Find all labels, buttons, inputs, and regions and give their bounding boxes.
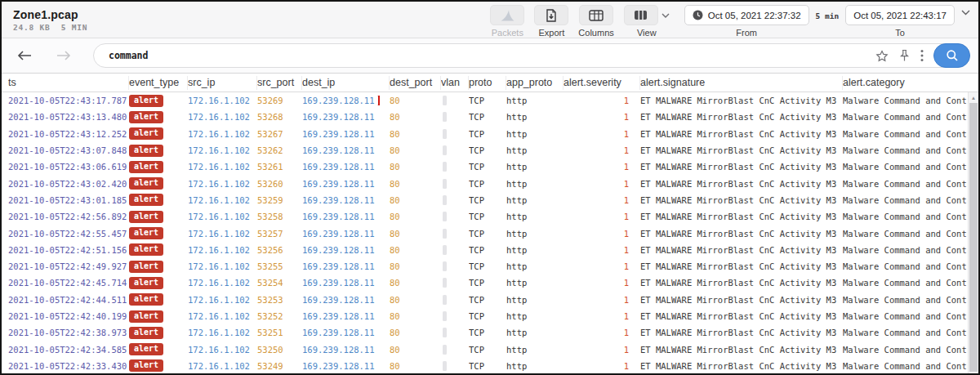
cell-ts[interactable]: 2021-10-05T22:42:40.199	[8, 311, 129, 321]
cell-vlan[interactable]	[441, 96, 469, 105]
cell-dest-port[interactable]: 80	[390, 162, 441, 172]
cell-dest-port[interactable]: 80	[390, 295, 441, 305]
cell-alert-severity[interactable]: 1	[564, 179, 640, 189]
col-header-alert-severity[interactable]: alert.severity	[564, 76, 640, 90]
cell-alert-severity[interactable]: 1	[564, 112, 640, 122]
cell-alert-signature[interactable]: ET MALWARE MirrorBlast CnC Activity M3	[640, 179, 843, 189]
cell-src-ip[interactable]: 172.16.1.102	[188, 129, 257, 139]
cell-dest-port[interactable]: 80	[390, 278, 441, 288]
cell-ts[interactable]: 2021-10-05T22:42:34.585	[8, 345, 129, 355]
cell-alert-signature[interactable]: ET MALWARE MirrorBlast CnC Activity M3	[640, 261, 843, 271]
cell-vlan[interactable]	[441, 212, 469, 221]
cell-ts[interactable]: 2021-10-05T22:43:06.619	[8, 162, 129, 172]
cell-alert-signature[interactable]: ET MALWARE MirrorBlast CnC Activity M3	[640, 112, 843, 122]
search-submit-button[interactable]	[933, 43, 970, 68]
col-header-ts[interactable]: ts	[8, 76, 129, 90]
cell-src-port[interactable]: 53268	[257, 112, 302, 122]
cell-alert-signature[interactable]: ET MALWARE MirrorBlast CnC Activity M3	[640, 278, 843, 288]
cell-ts[interactable]: 2021-10-05T22:42:33.430	[8, 361, 129, 371]
cell-proto[interactable]: TCP	[469, 162, 506, 172]
cell-vlan[interactable]	[441, 261, 469, 271]
cell-app-proto[interactable]: http	[506, 278, 564, 288]
cell-proto[interactable]: TCP	[469, 129, 506, 139]
alert-badge[interactable]: alert	[129, 277, 163, 289]
cell-src-port[interactable]: 53258	[257, 212, 302, 221]
col-header-alert-category[interactable]: alert.category	[843, 76, 978, 90]
cell-alert-severity[interactable]: 1	[564, 212, 640, 221]
cell-vlan[interactable]	[441, 361, 469, 371]
back-arrow-icon[interactable]	[16, 50, 33, 61]
cell-alert-severity[interactable]: 1	[564, 345, 640, 355]
cell-vlan[interactable]	[441, 112, 469, 122]
cell-src-ip[interactable]: 172.16.1.102	[188, 245, 257, 255]
cell-vlan[interactable]	[441, 162, 469, 172]
cell-alert-category[interactable]: Malware Command and Control	[843, 145, 968, 155]
cell-alert-category[interactable]: Malware Command and Control	[843, 112, 968, 122]
col-header-alert-signature[interactable]: alert.signature	[640, 76, 843, 90]
cell-alert-severity[interactable]: 1	[564, 195, 640, 205]
time-range-chevron-icon[interactable]	[961, 10, 970, 16]
cell-vlan[interactable]	[441, 145, 469, 155]
cell-ts[interactable]: 2021-10-05T22:42:45.714	[8, 278, 129, 288]
cell-ts[interactable]: 2021-10-05T22:43:07.848	[8, 145, 129, 155]
columns-button[interactable]: Columns	[578, 5, 613, 38]
col-header-vlan[interactable]: vlan	[441, 76, 469, 90]
scroll-up-arrow-icon[interactable]: ▲	[969, 92, 978, 103]
dest-ip-value[interactable]: 169.239.128.11	[302, 229, 378, 239]
dest-ip-value[interactable]: 169.239.128.11	[302, 245, 378, 255]
alert-badge[interactable]: alert	[129, 227, 163, 239]
cell-proto[interactable]: TCP	[469, 245, 506, 255]
cell-proto[interactable]: TCP	[469, 278, 506, 288]
cell-proto[interactable]: TCP	[469, 195, 506, 205]
cell-src-ip[interactable]: 172.16.1.102	[188, 96, 257, 105]
col-header-dest-ip[interactable]: dest_ip	[302, 76, 390, 90]
dest-ip-value[interactable]: 169.239.128.11	[302, 328, 378, 337]
cell-src-ip[interactable]: 172.16.1.102	[188, 112, 257, 122]
cell-src-port[interactable]: 53255	[257, 261, 302, 271]
cell-alert-signature[interactable]: ET MALWARE MirrorBlast CnC Activity M3	[640, 361, 843, 371]
alert-badge[interactable]: alert	[129, 111, 163, 123]
cell-ts[interactable]: 2021-10-05T22:43:02.420	[8, 179, 129, 189]
cell-vlan[interactable]	[441, 229, 469, 239]
cell-src-port[interactable]: 53252	[257, 311, 302, 321]
cell-src-port[interactable]: 53256	[257, 245, 302, 255]
alert-badge[interactable]: alert	[129, 127, 163, 140]
cell-alert-signature[interactable]: ET MALWARE MirrorBlast CnC Activity M3	[640, 328, 843, 337]
star-icon[interactable]	[875, 50, 889, 62]
dest-ip-value[interactable]: 169.239.128.11	[302, 129, 378, 139]
cell-src-port[interactable]: 53261	[257, 162, 302, 172]
cell-proto[interactable]: TCP	[469, 261, 506, 271]
cell-src-port[interactable]: 53254	[257, 278, 302, 288]
cell-src-ip[interactable]: 172.16.1.102	[188, 328, 257, 337]
cell-alert-signature[interactable]: ET MALWARE MirrorBlast CnC Activity M3	[640, 245, 843, 255]
cell-src-port[interactable]: 53251	[257, 328, 302, 337]
cell-alert-category[interactable]: Malware Command and Control	[843, 195, 968, 205]
col-header-event-type[interactable]: event_type	[129, 76, 188, 90]
cell-proto[interactable]: TCP	[469, 179, 506, 189]
cell-app-proto[interactable]: http	[506, 229, 564, 239]
time-from-input[interactable]: Oct 05, 2021 22:37:32	[684, 5, 809, 25]
cell-app-proto[interactable]: http	[506, 96, 564, 105]
cell-app-proto[interactable]: http	[506, 311, 564, 321]
dest-ip-value[interactable]: 169.239.128.11	[302, 162, 378, 172]
cell-app-proto[interactable]: http	[506, 145, 564, 155]
cell-alert-severity[interactable]: 1	[564, 328, 640, 337]
alert-badge[interactable]: alert	[129, 211, 163, 223]
cell-vlan[interactable]	[441, 195, 469, 205]
cell-src-ip[interactable]: 172.16.1.102	[188, 212, 257, 221]
dest-ip-value[interactable]: 169.239.128.11	[302, 295, 378, 305]
search-input[interactable]: command	[93, 43, 970, 68]
cell-src-port[interactable]: 53249	[257, 361, 302, 371]
cell-proto[interactable]: TCP	[469, 345, 506, 355]
cell-vlan[interactable]	[441, 278, 469, 288]
cell-dest-port[interactable]: 80	[390, 96, 441, 105]
vertical-scrollbar[interactable]: ▲	[968, 92, 978, 373]
cell-src-ip[interactable]: 172.16.1.102	[188, 261, 257, 271]
cell-alert-category[interactable]: Malware Command and Control	[843, 229, 968, 239]
cell-dest-port[interactable]: 80	[390, 229, 441, 239]
cell-ts[interactable]: 2021-10-05T22:42:51.156	[8, 245, 129, 255]
cell-src-port[interactable]: 53259	[257, 195, 302, 205]
cell-app-proto[interactable]: http	[506, 345, 564, 355]
cell-src-ip[interactable]: 172.16.1.102	[188, 162, 257, 172]
cell-alert-signature[interactable]: ET MALWARE MirrorBlast CnC Activity M3	[640, 145, 843, 155]
